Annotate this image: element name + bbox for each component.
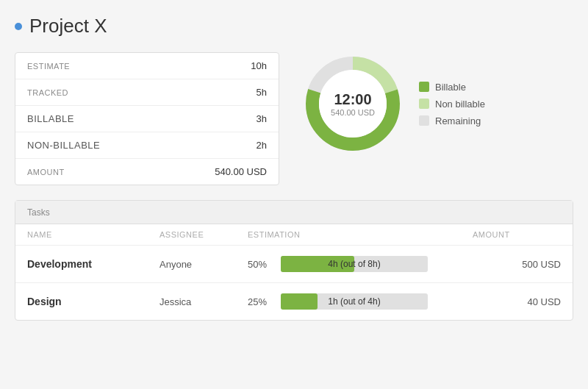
donut-chart: 12:00 540.00 USD: [301, 52, 404, 155]
legend-item: Non billable: [419, 99, 485, 110]
estimation-cell: 25% 1h (out of 4h): [248, 293, 473, 310]
stats-row: Non-billable 2h: [15, 132, 279, 159]
task-row: Development Anyone 50% 4h (out of 8h) 50…: [15, 246, 573, 283]
stats-row: ESTIMATE 10h: [15, 53, 279, 79]
stats-label: Billable: [27, 113, 74, 124]
stats-value: 5h: [257, 87, 267, 98]
task-assignee: Anyone: [159, 259, 248, 270]
chart-legend: Billable Non billable Remaining: [419, 82, 485, 126]
stats-row: AMOUNT 540.00 USD: [15, 159, 279, 185]
task-amount: 40 USD: [473, 296, 561, 307]
stats-value: 540.00 USD: [215, 166, 267, 177]
task-row: Design Jessica 25% 1h (out of 4h) 40 USD: [15, 283, 573, 320]
page-title: Project X: [29, 15, 107, 38]
stats-row: Billable 3h: [15, 106, 279, 132]
stats-label: ESTIMATE: [27, 62, 70, 71]
tasks-section: Tasks NAMEASSIGNEEESTIMATIONAMOUNT Devel…: [15, 200, 573, 321]
stats-label: TRACKED: [27, 88, 68, 97]
col-header-label: AMOUNT: [473, 230, 561, 239]
legend-item: Remaining: [419, 115, 485, 126]
donut-amount: 540.00 USD: [331, 108, 375, 117]
legend-dot: [419, 82, 429, 92]
legend-label: Remaining: [435, 115, 481, 126]
task-name: Development: [27, 258, 159, 270]
stats-label: AMOUNT: [27, 168, 65, 176]
legend-label: Non billable: [435, 99, 485, 110]
col-header-label: ESTIMATION: [248, 230, 473, 239]
est-percent: 50%: [248, 259, 273, 270]
legend-label: Billable: [435, 82, 466, 93]
tasks-rows-container: Development Anyone 50% 4h (out of 8h) 50…: [15, 246, 573, 320]
legend-dot: [419, 115, 429, 126]
donut-time: 12:00: [331, 91, 375, 108]
progress-bar-container: 1h (out of 4h): [281, 293, 428, 310]
donut-center: 12:00 540.00 USD: [331, 91, 375, 117]
legend-item: Billable: [419, 82, 485, 93]
legend-dot: [419, 99, 429, 109]
stats-row: TRACKED 5h: [15, 79, 279, 106]
title-dot: [15, 23, 22, 30]
estimation-cell: 50% 4h (out of 8h): [248, 256, 473, 272]
progress-bar-container: 4h (out of 8h): [281, 256, 428, 272]
stats-value: 10h: [251, 60, 267, 71]
stats-table: ESTIMATE 10h TRACKED 5h Billable 3h Non-…: [15, 52, 279, 185]
top-section: ESTIMATE 10h TRACKED 5h Billable 3h Non-…: [15, 52, 573, 185]
progress-bar-label: 4h (out of 8h): [328, 259, 380, 269]
col-header-label: ASSIGNEE: [159, 230, 248, 239]
progress-bar-fill: [281, 293, 318, 310]
stats-value: 2h: [257, 140, 267, 151]
stats-label: Non-billable: [27, 140, 100, 151]
tasks-col-header: NAMEASSIGNEEESTIMATIONAMOUNT: [15, 224, 573, 246]
col-header-label: NAME: [27, 230, 159, 239]
page-title-row: Project X: [15, 15, 573, 38]
chart-section: 12:00 540.00 USD Billable Non billable R…: [301, 52, 573, 155]
task-assignee: Jessica: [159, 296, 248, 307]
est-percent: 25%: [248, 296, 273, 307]
tasks-section-label: Tasks: [27, 207, 50, 218]
tasks-header-row: Tasks: [15, 201, 573, 224]
task-amount: 500 USD: [473, 259, 561, 270]
stats-value: 3h: [257, 113, 267, 124]
task-name: Design: [27, 296, 159, 307]
progress-bar-label: 1h (out of 4h): [328, 296, 380, 307]
